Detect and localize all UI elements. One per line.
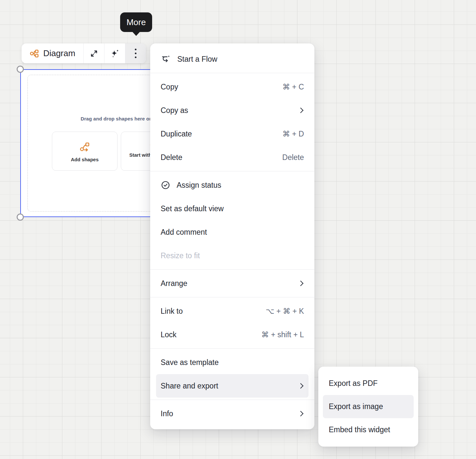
menu-item-duplicate[interactable]: Duplicate ⌘ + D — [150, 122, 314, 146]
context-menu: Start a Flow Copy ⌘ + C Copy as Duplicat… — [150, 43, 314, 429]
shortcut-label: Delete — [282, 153, 304, 162]
menu-item-label: Start a Flow — [177, 55, 217, 64]
menu-item-save-as-template[interactable]: Save as template — [150, 351, 314, 374]
chevron-right-icon — [298, 383, 304, 389]
add-shapes-icon — [79, 141, 90, 152]
widget-toolbar: Diagram — [22, 43, 146, 63]
submenu-item-label: Embed this widget — [329, 425, 390, 434]
chevron-right-icon — [298, 281, 304, 286]
menu-item-link-to[interactable]: Link to ⌥ + ⌘ + K — [150, 299, 314, 323]
menu-divider — [150, 297, 314, 297]
submenu-item-export-as-pdf[interactable]: Export as PDF — [318, 372, 418, 395]
menu-item-delete[interactable]: Delete Delete — [150, 146, 314, 169]
menu-item-arrange[interactable]: Arrange — [150, 272, 314, 295]
submenu-item-label: Export as PDF — [329, 379, 378, 388]
drop-hint-text: Drag and drop shapes here or c — [81, 116, 155, 121]
menu-divider — [150, 171, 314, 171]
menu-item-label: Assign status — [177, 181, 221, 190]
menu-divider — [150, 269, 314, 270]
kebab-menu-icon — [135, 49, 136, 58]
start-with-label: Start with — [129, 152, 151, 158]
menu-item-resize-to-fit: Resize to fit — [150, 244, 314, 267]
sparkles-icon — [110, 48, 120, 59]
shortcut-label: ⌘ + D — [282, 130, 304, 138]
submenu-item-embed-this-widget[interactable]: Embed this widget — [318, 418, 418, 441]
menu-item-label: Link to — [161, 307, 183, 316]
resize-handle-top-left[interactable] — [17, 66, 24, 73]
menu-item-label: Delete — [161, 153, 182, 162]
chevron-right-icon — [298, 411, 304, 417]
submenu-item-export-as-image[interactable]: Export as image — [323, 395, 414, 418]
menu-item-share-and-export[interactable]: Share and export — [156, 374, 309, 398]
flow-sparkle-icon — [161, 54, 171, 64]
menu-item-copy-as[interactable]: Copy as — [150, 99, 314, 122]
expand-diagonal-icon — [89, 49, 99, 58]
menu-item-label: Copy as — [161, 106, 188, 115]
menu-divider — [150, 73, 314, 73]
menu-item-label: Duplicate — [161, 130, 192, 138]
toolbar-title: Diagram — [43, 48, 75, 58]
menu-item-lock[interactable]: Lock ⌘ + shift + L — [150, 323, 314, 346]
submenu-item-label: Export as image — [329, 402, 383, 411]
expand-button[interactable] — [83, 43, 104, 63]
ai-assist-button[interactable] — [104, 43, 125, 63]
share-export-submenu: Export as PDF Export as image Embed this… — [318, 367, 418, 447]
add-shapes-card[interactable]: Add shapes — [52, 132, 118, 171]
menu-item-label: Resize to fit — [161, 251, 200, 260]
menu-item-add-comment[interactable]: Add comment — [150, 220, 314, 244]
resize-handle-bottom-left[interactable] — [17, 214, 24, 221]
menu-item-label: Info — [161, 409, 173, 418]
menu-item-copy[interactable]: Copy ⌘ + C — [150, 75, 314, 99]
menu-item-set-as-default-view[interactable]: Set as default view — [150, 197, 314, 220]
menu-item-label: Share and export — [161, 382, 218, 390]
more-button[interactable] — [125, 43, 146, 63]
menu-divider — [150, 348, 314, 349]
menu-item-assign-status[interactable]: Assign status — [150, 173, 314, 197]
menu-item-label: Add comment — [161, 228, 207, 237]
menu-divider — [150, 400, 314, 400]
chevron-right-icon — [298, 108, 304, 113]
add-shapes-label: Add shapes — [71, 157, 99, 162]
menu-item-start-a-flow[interactable]: Start a Flow — [150, 47, 314, 71]
more-tooltip: More — [120, 12, 152, 32]
menu-item-label: Copy — [161, 83, 178, 91]
more-tooltip-label: More — [126, 17, 146, 27]
check-circle-icon — [161, 180, 170, 190]
menu-item-label: Lock — [161, 330, 177, 339]
menu-item-label: Arrange — [161, 279, 187, 288]
menu-item-info[interactable]: Info — [150, 402, 314, 425]
shortcut-label: ⌘ + C — [282, 83, 304, 91]
shortcut-label: ⌘ + shift + L — [262, 330, 304, 339]
shortcut-label: ⌥ + ⌘ + K — [266, 307, 304, 316]
toolbar-diagram-button[interactable]: Diagram — [22, 43, 83, 63]
menu-item-label: Set as default view — [161, 204, 224, 213]
menu-item-label: Save as template — [161, 358, 219, 367]
diagram-icon — [29, 49, 39, 58]
